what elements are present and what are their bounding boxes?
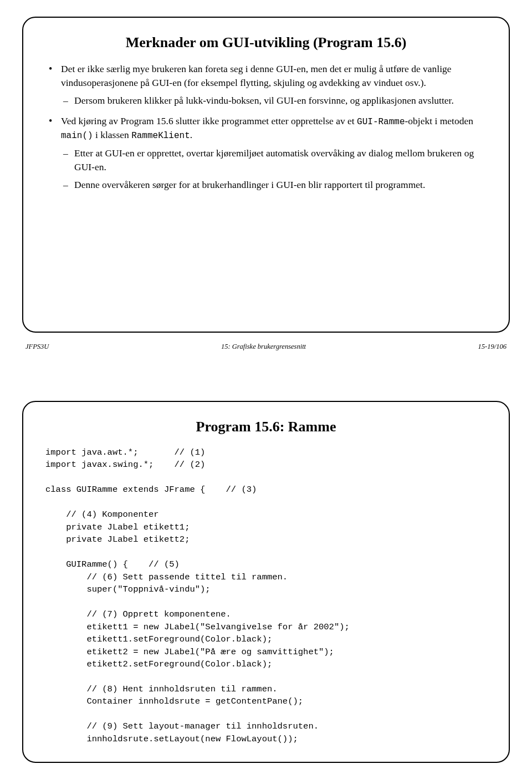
slide-page-2: Program 15.6: Ramme import java.awt.*; /… xyxy=(0,384,532,768)
slide-footer: JFPS3U 15: Grafiske brukergrensesnitt 15… xyxy=(22,343,510,351)
bullet-1-text: Det er ikke særlig mye brukeren kan fore… xyxy=(61,63,452,88)
bullet-2-text-b: -objekt i metoden xyxy=(405,115,473,126)
bullet-list: Det er ikke særlig mye brukeren kan fore… xyxy=(45,62,487,192)
slide-page-1: Merknader om GUI-utvikling (Program 15.6… xyxy=(0,0,532,384)
bullet-2-sub-2: Denne overvåkeren sørger for at brukerha… xyxy=(61,178,487,192)
bullet-2-text-c: i klassen xyxy=(93,129,132,140)
bullet-2-sub-1: Etter at GUI-en er opprettet, overtar kj… xyxy=(61,146,487,174)
slide-frame: Program 15.6: Ramme import java.awt.*; /… xyxy=(22,401,510,763)
slide-frame: Merknader om GUI-utvikling (Program 15.6… xyxy=(22,17,510,333)
footer-left: JFPS3U xyxy=(25,343,49,351)
footer-center: 15: Grafiske brukergrensesnitt xyxy=(221,343,306,351)
slide-title: Merknader om GUI-utvikling (Program 15.6… xyxy=(45,34,487,51)
slide-title-2: Program 15.6: Ramme xyxy=(45,419,487,435)
bullet-item-2: Ved kjøring av Program 15.6 slutter ikke… xyxy=(61,114,487,192)
footer-right: 15-19/106 xyxy=(478,343,507,351)
code-main: main() xyxy=(61,131,93,141)
code-rammeklient: RammeKlient xyxy=(131,131,190,141)
bullet-1-sub-1: Dersom brukeren klikker på lukk-vindu-bo… xyxy=(61,94,487,108)
bullet-2-text-a: Ved kjøring av Program 15.6 slutter ikke… xyxy=(61,115,357,126)
bullet-2-text-d: . xyxy=(190,129,192,140)
bullet-item-1: Det er ikke særlig mye brukeren kan fore… xyxy=(61,62,487,108)
code-guiramme: GUI-Ramme xyxy=(357,117,405,127)
code-block: import java.awt.*; // (1) import javax.s… xyxy=(45,446,487,745)
